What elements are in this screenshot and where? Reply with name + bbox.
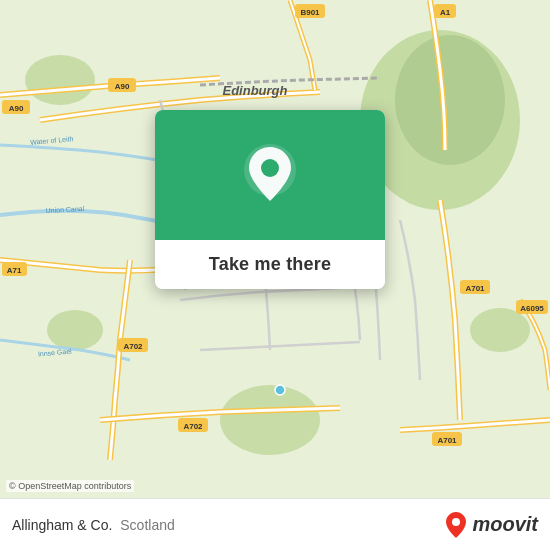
svg-point-34	[452, 518, 460, 526]
svg-point-6	[220, 385, 320, 455]
svg-point-3	[25, 55, 95, 105]
svg-point-5	[47, 310, 103, 350]
svg-text:A71: A71	[7, 266, 22, 275]
location-info: Allingham & Co. Scotland	[12, 516, 175, 534]
osm-attribution: © OpenStreetMap contributors	[6, 480, 134, 492]
svg-text:B901: B901	[300, 8, 320, 17]
svg-text:A6095: A6095	[520, 304, 544, 313]
moovit-pin-icon	[444, 511, 468, 539]
svg-text:A90: A90	[115, 82, 130, 91]
svg-text:Edinburgh: Edinburgh	[223, 83, 288, 98]
svg-text:A701: A701	[465, 284, 485, 293]
map-card: Take me there	[155, 110, 385, 289]
svg-point-2	[395, 35, 505, 165]
map-card-icon-area	[155, 110, 385, 240]
svg-text:A701: A701	[437, 436, 457, 445]
location-name: Allingham & Co. Scotland	[12, 517, 175, 533]
location-pin-icon	[243, 143, 297, 207]
bottom-bar: Allingham & Co. Scotland moovit	[0, 498, 550, 550]
moovit-brand-text: moovit	[472, 513, 538, 536]
svg-text:A702: A702	[183, 422, 203, 431]
svg-text:A90: A90	[9, 104, 24, 113]
map-card-button-area[interactable]: Take me there	[155, 240, 385, 289]
svg-point-31	[275, 385, 285, 395]
svg-text:A702: A702	[123, 342, 143, 351]
svg-text:A1: A1	[440, 8, 451, 17]
take-me-there-label[interactable]: Take me there	[209, 254, 331, 274]
svg-point-33	[261, 159, 279, 177]
map-container: A90 A90 B901 A1 A71 A702 A702 A701 A701 …	[0, 0, 550, 550]
moovit-logo: moovit	[444, 511, 538, 539]
svg-point-4	[470, 308, 530, 352]
